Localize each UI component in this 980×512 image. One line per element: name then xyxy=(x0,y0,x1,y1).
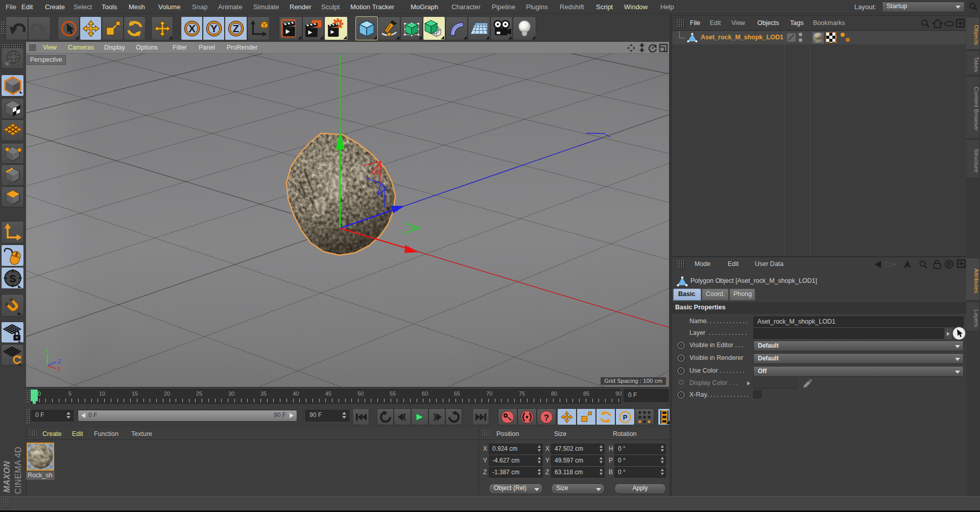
svg-text:X: X xyxy=(57,366,61,372)
svg-text:S: S xyxy=(9,273,16,284)
svg-text:Y: Y xyxy=(210,22,218,34)
svg-text:X: X xyxy=(188,22,196,34)
svg-text:Y: Y xyxy=(45,348,49,354)
svg-text:Z: Z xyxy=(233,22,239,34)
svg-text:P: P xyxy=(623,413,628,421)
svg-text:?: ? xyxy=(544,412,549,422)
svg-text:Z: Z xyxy=(58,358,61,364)
